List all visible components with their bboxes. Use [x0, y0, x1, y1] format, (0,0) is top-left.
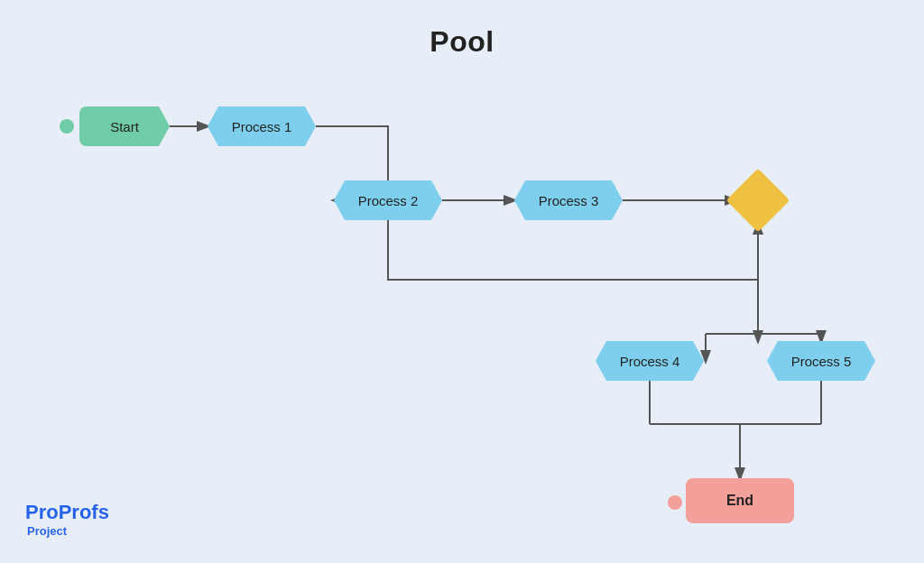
- end-node: End: [686, 478, 794, 523]
- diagram-container: Pool: [0, 0, 924, 563]
- logo-pro: Pro: [25, 501, 59, 523]
- diagram-title: Pool: [430, 25, 494, 59]
- gateway-diamond: [726, 169, 790, 233]
- logo: ProProfs Project: [25, 501, 109, 538]
- process-5-node: Process 5: [767, 341, 875, 381]
- process-2-node: Process 2: [334, 180, 442, 220]
- end-dot: [668, 495, 682, 510]
- start-dot: [60, 119, 74, 134]
- process-4-node: Process 4: [596, 341, 704, 381]
- start-node: Start: [79, 106, 170, 146]
- process-1-node: Process 1: [208, 106, 316, 146]
- logo-text: ProProfs: [25, 501, 109, 524]
- process-3-node: Process 3: [514, 180, 623, 220]
- logo-sub: Project: [27, 524, 67, 538]
- logo-profs: Profs: [59, 501, 109, 523]
